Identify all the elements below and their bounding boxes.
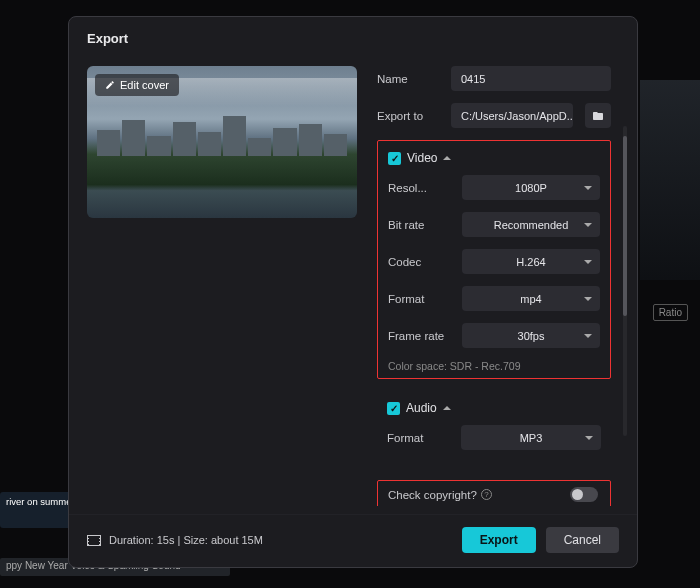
- copyright-toggle[interactable]: [570, 487, 598, 502]
- copyright-label: Check copyright? ?: [388, 489, 492, 501]
- duration-size-text: Duration: 15s | Size: about 15M: [109, 534, 263, 546]
- video-format-select[interactable]: mp4: [462, 286, 600, 311]
- export-button[interactable]: Export: [462, 527, 536, 553]
- audio-format-label: Format: [387, 432, 453, 444]
- cover-preview: Edit cover: [87, 66, 357, 218]
- colorspace-note: Color space: SDR - Rec.709: [388, 360, 600, 372]
- edit-cover-button[interactable]: Edit cover: [95, 74, 179, 96]
- video-checkbox[interactable]: [388, 152, 401, 165]
- footer-info: Duration: 15s | Size: about 15M: [87, 534, 263, 546]
- format-label: Format: [388, 293, 454, 305]
- resolution-select[interactable]: 1080P: [462, 175, 600, 200]
- chevron-down-icon: [585, 436, 593, 440]
- chevron-down-icon: [584, 223, 592, 227]
- bitrate-select[interactable]: Recommended: [462, 212, 600, 237]
- audio-section-label: Audio: [406, 401, 437, 415]
- chevron-up-icon: [443, 406, 451, 410]
- browse-folder-button[interactable]: [585, 103, 611, 128]
- video-section-toggle[interactable]: Video: [388, 151, 600, 165]
- resolution-label: Resol...: [388, 182, 454, 194]
- form-column: Name 0415 Export to C:/Users/Jason/AppD.…: [377, 66, 629, 506]
- name-label: Name: [377, 73, 443, 85]
- video-section-label: Video: [407, 151, 437, 165]
- pencil-icon: [105, 80, 115, 90]
- bitrate-label: Bit rate: [388, 219, 454, 231]
- info-icon[interactable]: ?: [481, 489, 492, 500]
- codec-select[interactable]: H.264: [462, 249, 600, 274]
- export-to-input[interactable]: C:/Users/Jason/AppD...: [451, 103, 573, 128]
- dialog-footer: Duration: 15s | Size: about 15M Export C…: [69, 514, 637, 567]
- film-icon: [87, 535, 101, 546]
- export-dialog: Export Edit cover Name: [68, 16, 638, 568]
- edit-cover-label: Edit cover: [120, 79, 169, 91]
- chevron-down-icon: [584, 297, 592, 301]
- cancel-button[interactable]: Cancel: [546, 527, 619, 553]
- copyright-row: Check copyright? ?: [377, 480, 611, 506]
- ratio-badge[interactable]: Ratio: [653, 304, 688, 321]
- scrollbar-track[interactable]: [623, 126, 627, 436]
- framerate-label: Frame rate: [388, 330, 454, 342]
- chevron-down-icon: [584, 334, 592, 338]
- chevron-down-icon: [584, 186, 592, 190]
- folder-icon: [591, 110, 605, 122]
- backdrop-thumbnail: [640, 80, 700, 280]
- codec-label: Codec: [388, 256, 454, 268]
- preview-column: Edit cover: [87, 66, 357, 514]
- audio-format-select[interactable]: MP3: [461, 425, 601, 450]
- audio-section: Audio Format MP3: [377, 391, 611, 468]
- export-to-label: Export to: [377, 110, 443, 122]
- audio-checkbox[interactable]: [387, 402, 400, 415]
- name-input[interactable]: 0415: [451, 66, 611, 91]
- audio-section-toggle[interactable]: Audio: [387, 401, 601, 415]
- scrollbar-thumb[interactable]: [623, 136, 627, 316]
- chevron-up-icon: [443, 156, 451, 160]
- dialog-title: Export: [69, 17, 637, 56]
- framerate-select[interactable]: 30fps: [462, 323, 600, 348]
- video-section: Video Resol... 1080P Bit rate Recommende…: [377, 140, 611, 379]
- chevron-down-icon: [584, 260, 592, 264]
